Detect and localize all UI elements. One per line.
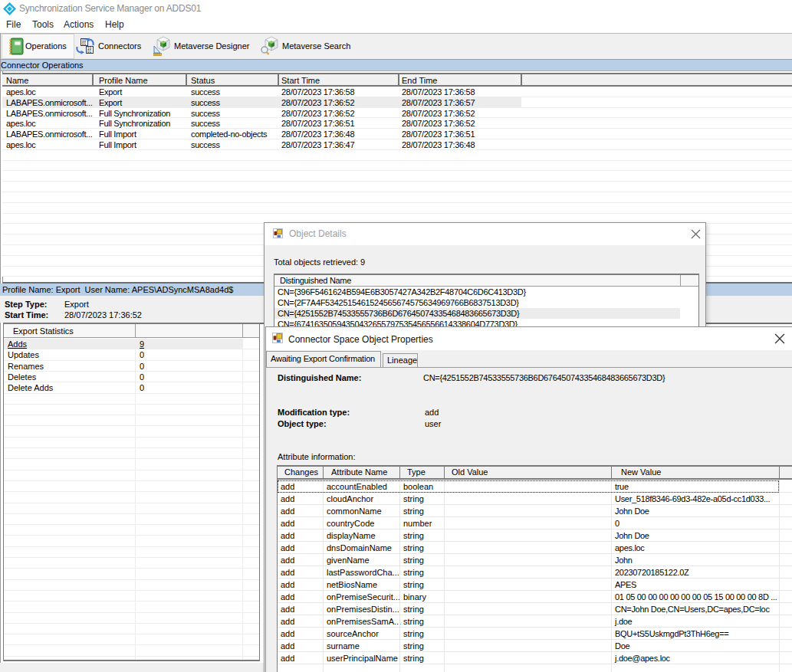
svg-text:01: 01 [82,42,87,46]
svg-text:01: 01 [87,50,92,54]
